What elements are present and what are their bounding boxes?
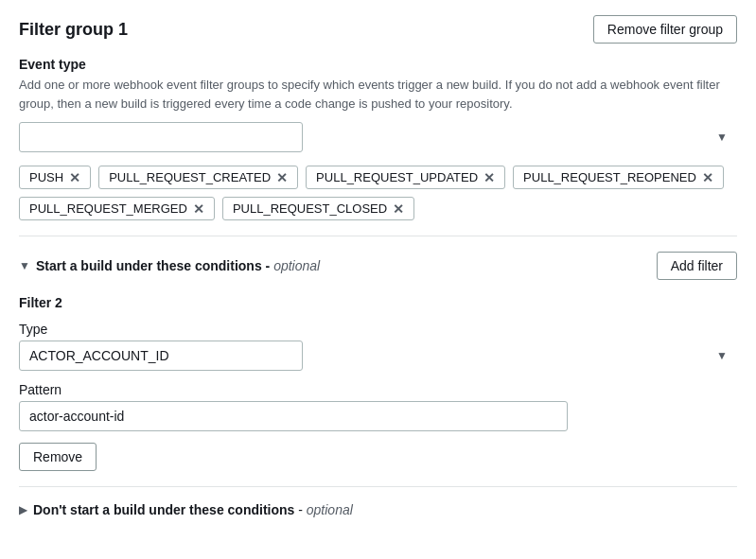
dont-start-conditions-row[interactable]: ▶ Don't start a build under these condit… [19, 502, 737, 517]
type-select-container: ACTOR_ACCOUNT_ID HEAD_REF BASE_REF FILE_… [19, 341, 737, 371]
tag-pull-request-created: PULL_REQUEST_CREATED ✕ [98, 166, 298, 189]
type-select-arrow-icon: ▼ [716, 349, 728, 362]
dont-start-dash: - [298, 502, 307, 517]
event-type-description: Add one or more webhook event filter gro… [19, 76, 737, 113]
tag-pull-request-created-remove[interactable]: ✕ [276, 171, 288, 184]
type-field-group: Type ACTOR_ACCOUNT_ID HEAD_REF BASE_REF … [19, 322, 737, 371]
divider [19, 236, 737, 236]
filter-2-title: Filter 2 [19, 295, 737, 310]
filter-group-title: Filter group 1 [19, 20, 128, 40]
start-conditions-row: ▼ Start a build under these conditions -… [19, 252, 737, 280]
tag-push-label: PUSH [29, 170, 63, 184]
tag-pull-request-closed-remove[interactable]: ✕ [393, 202, 404, 216]
tag-pull-request-updated-remove[interactable]: ✕ [483, 171, 495, 184]
event-type-section: Event type Add one or more webhook event… [19, 57, 737, 220]
start-conditions-arrow-icon: ▼ [19, 259, 30, 272]
event-type-dropdown-arrow: ▼ [716, 131, 728, 144]
type-label: Type [19, 322, 737, 337]
tag-pull-request-merged: PULL_REQUEST_MERGED ✕ [19, 197, 215, 220]
remove-filter-group-button[interactable]: Remove filter group [593, 15, 737, 44]
tag-push: PUSH ✕ [19, 166, 91, 189]
remove-filter-button[interactable]: Remove [19, 443, 97, 471]
bottom-divider [19, 486, 737, 487]
tag-pull-request-closed: PULL_REQUEST_CLOSED ✕ [222, 197, 414, 220]
tag-pull-request-merged-label: PULL_REQUEST_MERGED [29, 201, 187, 216]
filter-2-section: Filter 2 Type ACTOR_ACCOUNT_ID HEAD_REF … [19, 295, 737, 471]
pattern-field-group: Pattern [19, 382, 737, 431]
filter-group-header: Filter group 1 Remove filter group [19, 15, 737, 44]
tag-pull-request-closed-label: PULL_REQUEST_CLOSED [233, 201, 387, 216]
tag-pull-request-reopened: PULL_REQUEST_REOPENED ✕ [513, 166, 724, 189]
tag-pull-request-created-label: PULL_REQUEST_CREATED [109, 170, 271, 184]
start-conditions-dash: - [266, 258, 274, 273]
start-conditions-label: Start a build under these conditions - o… [36, 258, 320, 273]
start-conditions-toggle[interactable]: ▼ Start a build under these conditions -… [19, 258, 320, 273]
event-type-select[interactable]: PUSH PULL_REQUEST_CREATED PULL_REQUEST_U… [19, 122, 303, 152]
dont-start-conditions-label: Don't start a build under these conditio… [33, 502, 353, 517]
pattern-label: Pattern [19, 382, 737, 397]
dont-start-conditions-arrow-icon: ▶ [19, 503, 27, 516]
tag-pull-request-merged-remove[interactable]: ✕ [193, 202, 204, 216]
tag-pull-request-updated-label: PULL_REQUEST_UPDATED [316, 170, 478, 184]
tag-pull-request-reopened-remove[interactable]: ✕ [702, 171, 713, 184]
tag-push-remove[interactable]: ✕ [69, 171, 80, 184]
type-select[interactable]: ACTOR_ACCOUNT_ID HEAD_REF BASE_REF FILE_… [19, 341, 303, 371]
add-filter-button[interactable]: Add filter [657, 252, 737, 280]
tag-pull-request-reopened-label: PULL_REQUEST_REOPENED [523, 170, 696, 184]
event-type-tags: PUSH ✕ PULL_REQUEST_CREATED ✕ PULL_REQUE… [19, 166, 737, 220]
event-type-label: Event type [19, 57, 737, 72]
pattern-input[interactable] [19, 401, 568, 431]
dont-start-conditions-text: Don't start a build under these conditio… [33, 502, 294, 517]
tag-pull-request-updated: PULL_REQUEST_UPDATED ✕ [306, 166, 505, 189]
event-type-dropdown-container: PUSH PULL_REQUEST_CREATED PULL_REQUEST_U… [19, 122, 737, 152]
